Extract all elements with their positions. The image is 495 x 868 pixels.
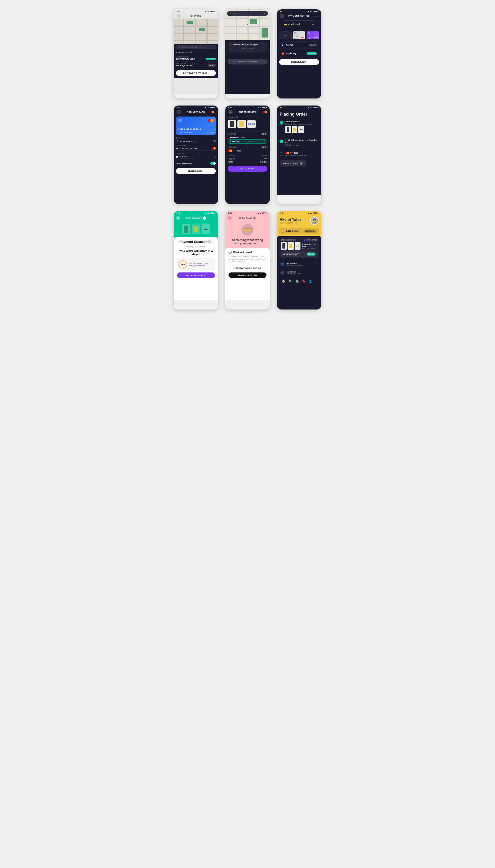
time-4: 9:41 [176, 106, 180, 108]
profile-name: Akemi Yates [279, 218, 310, 222]
address-street-2: 264 Angus Road [176, 64, 192, 67]
order-product-glasses: 🕶️ [295, 242, 301, 250]
expiry-value: 04 / 2026 [180, 156, 187, 158]
check-circle-2: ✓ [279, 139, 283, 143]
rewards-link[interactable]: See your rewards [189, 265, 208, 267]
points-earned-text: You earned +40 points [189, 262, 208, 265]
check-icon: ✓ [264, 140, 265, 142]
paypal-icon: P [281, 44, 285, 47]
status-bar-8: 9:41 ▲▲▲ WiFi ■ [225, 211, 270, 215]
order-review-btn[interactable]: ORDER REVIEW › [279, 59, 319, 65]
signal-9: ▲▲▲ [308, 212, 313, 214]
zip-search-input[interactable] [233, 13, 263, 15]
divider-2 [279, 149, 319, 149]
nav-more[interactable]: › [315, 279, 317, 283]
placing-title: Placing Order [277, 109, 321, 119]
screen-title-4: ADD NEW CARD [187, 111, 205, 113]
cvv-input-row[interactable]: ••• ⓘ [198, 155, 216, 159]
glasses-right-lens [252, 123, 255, 125]
card-label-light: Light [294, 37, 297, 39]
see-order-details-btn[interactable]: SEE ORDER DETAILS › [177, 272, 215, 278]
clear-search-btn[interactable]: ✕ [264, 13, 266, 15]
signal-icon-3: ▲▲▲ [308, 11, 313, 12]
close-btn-7[interactable]: ✕ [176, 216, 180, 220]
edit-payment-btn[interactable]: EDIT [261, 146, 268, 149]
menu-dots-1[interactable]: ••• [213, 15, 216, 17]
arrow-icon-7: › [206, 274, 206, 276]
menu-dots-3[interactable]: — — [313, 15, 319, 17]
status-icons-7: ▲▲▲ WiFi ■ [205, 212, 216, 214]
nav-right-5 [263, 111, 267, 113]
chevron-orders: › [317, 272, 318, 274]
nav-home[interactable]: 🏠 [282, 279, 285, 283]
apple-pay-label-group: 🍎 Apple Pay [281, 52, 296, 55]
order-failed-header: ✕ Order Failed ✕ [225, 215, 270, 221]
close-btn-8[interactable]: ✕ [227, 216, 232, 220]
paypal-label-group: P PayPal [281, 44, 293, 47]
edit-shipping-btn[interactable]: EDIT [261, 133, 268, 135]
order-review-btn-4[interactable]: ORDER REVIEW › [176, 168, 216, 174]
save-card-label: Save to My Cards [176, 162, 192, 164]
profile-email: akemi.yates@mail.com [279, 222, 310, 224]
zip-input[interactable] [182, 46, 214, 48]
my-orders-menu-item[interactable]: 🛒 My Orders Manage your orders › [279, 269, 319, 277]
select-badge-2[interactable]: SELECT [208, 64, 216, 67]
credit-card-preview: 5488 0269 6686 3990 Akemi Janne Yates 04… [176, 117, 216, 135]
green-block-1 [187, 21, 193, 24]
mc-o [214, 147, 216, 150]
review-payment-btn[interactable]: ‹ REVIEW PAYMENT METHOD [228, 265, 267, 271]
track-btn[interactable]: TRACK [307, 253, 316, 256]
card-light[interactable]: ···· 1401 Light [293, 31, 305, 39]
continue-to-payment-btn-2[interactable]: CONTINUE TO PAYMENT › [227, 58, 268, 65]
visa-dots: ···· ··· [315, 32, 318, 33]
nav-bag[interactable]: 🛍️ [295, 279, 299, 283]
product-bag-img [239, 121, 244, 127]
address-item-2[interactable]: New York, NY 264 Angus Road SELECT [176, 62, 216, 68]
address-item-1[interactable]: Los Angeles, CA 1183 Oakway Lane SELECTE… [176, 55, 216, 62]
paypal-row[interactable]: P PayPal SELECT [279, 41, 319, 49]
account-icon: 👤 [280, 262, 285, 266]
credit-card-section: 💳 Credit Card + [277, 18, 321, 30]
card-visa[interactable]: ···· ··· VISA Travel [307, 31, 319, 39]
need-help-btn[interactable]: PLEASE...I NEED HELP! [228, 272, 267, 278]
status-bar-5: 9:41 ▲▲▲ WiFi ■ [225, 105, 270, 109]
card-holder-input-row[interactable]: 👤 Akemi Janne Yates 📷 [176, 139, 216, 143]
back-button-1[interactable]: ‹ [176, 14, 181, 18]
place-order-btn[interactable]: PLACE ORDER › [227, 166, 268, 172]
rewards-btn[interactable]: REWARDS › [304, 229, 317, 233]
expiry-input-row[interactable]: 📅 04 / 2026 [176, 155, 194, 159]
search-overlay: 🔍 ✕ [225, 10, 270, 18]
nav-search[interactable]: 🔍 [289, 279, 292, 283]
address-city-1: Los Angeles, CA [176, 56, 216, 58]
save-card-toggle[interactable] [210, 162, 216, 165]
step2-sub: Will arrive in 4 days [285, 144, 319, 146]
back-button-4[interactable]: ‹ [176, 110, 181, 115]
save-card-toggle-row: Save to My Cards [174, 160, 218, 166]
green-product-glasses: 🕶️ [202, 224, 210, 234]
shipping-speed-pill[interactable]: Standard 4-5 DAYS ✓ [227, 139, 268, 144]
add-card-button[interactable]: + [279, 31, 292, 39]
my-account-menu-item[interactable]: 👤 My Account Edit your informations › [279, 260, 319, 269]
status-icons-6: ▲▲▲ WiFi ■ [308, 107, 319, 108]
status-bar-9: 9:41 ▲▲▲ WiFi ■ [277, 211, 321, 215]
status-icons-5: ▲▲▲ WiFi ■ [256, 107, 267, 108]
apple-pay-row[interactable]: 🍎 Apple Pay SELECTED [279, 50, 319, 57]
search-bar-1[interactable]: 🔍 [176, 45, 216, 49]
camera-icon[interactable]: 📷 [213, 140, 216, 142]
add-card-icon[interactable]: + [312, 22, 314, 26]
info-icon-cvv: ⓘ [214, 156, 216, 158]
wifi-icon: WiFi [210, 11, 214, 12]
dot-r [263, 111, 265, 113]
expiry-cvv-row: Expiry Date 📅 04 / 2026 CVV ••• ⓘ [174, 152, 218, 160]
back-button-5[interactable]: ‹ [228, 110, 233, 115]
points-value-9: 3,021 Points [286, 230, 298, 232]
nav-bookmark[interactable]: 🔖 [302, 279, 305, 283]
time-9: 9:41 [279, 212, 283, 214]
back-button-3[interactable]: ‹ [279, 14, 284, 18]
card-number-input-row[interactable]: 💳 5488 0269 6686 3990 [176, 147, 216, 151]
paypal-select-btn[interactable]: SELECT [308, 44, 317, 46]
cancel-order-btn[interactable]: CANCEL ORDER ✕ [279, 160, 307, 167]
continue-to-payment-btn-1[interactable]: CONTINUE TO PAYMENT › [176, 70, 216, 76]
search-bar-2[interactable]: 🔍 ✕ [227, 11, 268, 16]
nav-profile[interactable]: 👤 [309, 279, 312, 283]
